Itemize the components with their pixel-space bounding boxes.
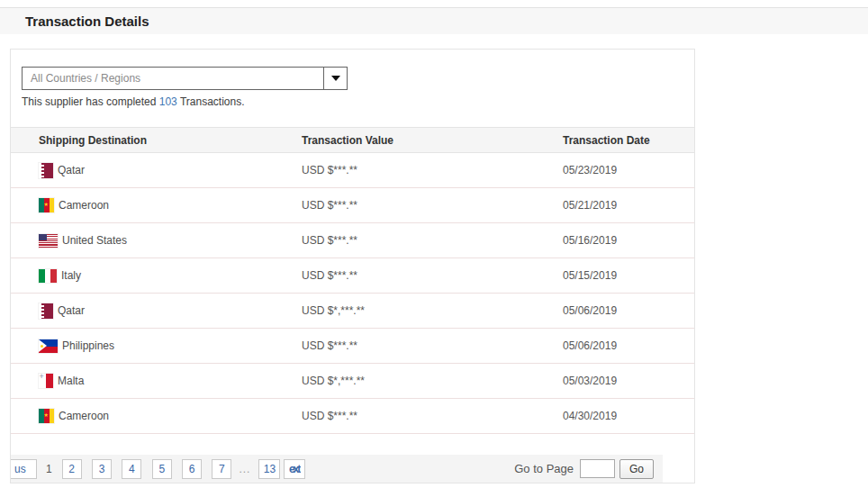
goto-page-group: Go to Page Go xyxy=(514,459,663,479)
transaction-date-cell: 05/21/2019 xyxy=(563,199,694,212)
transaction-value-cell: USD $***.** xyxy=(302,410,563,422)
shipping-destination-cell: Italy xyxy=(39,269,302,283)
country-flag-icon xyxy=(39,269,57,283)
transaction-value-cell: USD $***.** xyxy=(302,269,563,282)
transaction-date-cell: 05/23/2019 xyxy=(563,164,694,176)
table-row: Cameroon USD $***.** 05/21/2019 xyxy=(11,188,694,223)
transaction-date-cell: 05/03/2019 xyxy=(563,375,694,387)
table-row: Qatar USD $***.** 05/23/2019 xyxy=(11,153,694,188)
country-flag-icon xyxy=(39,374,53,388)
table-row: Cameroon USD $***.** 04/30/2019 xyxy=(11,399,694,434)
country-flag-icon xyxy=(39,198,54,212)
caret-down-icon xyxy=(331,76,340,81)
goto-page-label: Go to Page xyxy=(514,462,574,475)
transaction-date-cell: 05/16/2019 xyxy=(563,234,694,247)
column-transaction-value: Transaction Value xyxy=(302,134,563,147)
country-name: Cameroon xyxy=(59,199,109,212)
transaction-value-cell: USD $*,***.** xyxy=(302,304,563,317)
country-name: Qatar xyxy=(58,304,85,317)
country-name: Malta xyxy=(58,375,84,387)
next-page-label: ext xyxy=(289,463,301,475)
page-number-button[interactable]: 6 xyxy=(182,459,202,479)
transaction-summary: This supplier has completed 103 Transact… xyxy=(22,95,683,108)
transaction-date-cell: 04/30/2019 xyxy=(563,410,694,422)
shipping-destination-cell: Cameroon xyxy=(39,409,302,423)
current-page-indicator: 1 xyxy=(46,463,52,475)
page-number-button[interactable]: 7 xyxy=(212,459,231,479)
column-shipping-destination: Shipping Destination xyxy=(39,134,302,147)
transaction-date-cell: 05/15/2019 xyxy=(563,269,694,282)
section-header: Transaction Details xyxy=(0,7,868,34)
shipping-destination-cell: Malta xyxy=(39,374,302,388)
goto-page-input[interactable] xyxy=(580,459,615,478)
country-flag-icon xyxy=(39,303,53,319)
country-flag-icon xyxy=(39,339,58,353)
country-name: United States xyxy=(62,234,127,247)
previous-page-button[interactable]: us xyxy=(11,459,37,479)
country-flag-icon xyxy=(39,163,53,178)
transaction-details-card: All Countries / Regions This supplier ha… xyxy=(10,49,695,483)
country-name: Cameroon xyxy=(59,410,109,422)
table-row: Italy USD $***.** 05/15/2019 xyxy=(11,258,694,294)
country-flag-icon xyxy=(39,234,58,248)
page-number-button[interactable]: 4 xyxy=(122,459,141,479)
table-row: Malta USD $*,***.** 05/03/2019 xyxy=(11,364,694,399)
table-row: United States USD $***.** 05/16/2019 xyxy=(11,223,694,258)
shipping-destination-cell: Cameroon xyxy=(39,198,302,212)
table-row: Qatar USD $*,***.** 05/06/2019 xyxy=(11,294,694,329)
transaction-count-link[interactable]: 103 xyxy=(159,95,177,108)
country-name: Qatar xyxy=(58,164,85,176)
transaction-value-cell: USD $***.** xyxy=(302,164,563,176)
transaction-value-cell: USD $***.** xyxy=(302,234,563,247)
shipping-destination-cell: Qatar xyxy=(39,163,302,178)
page-number-button[interactable]: 3 xyxy=(92,459,112,479)
country-name: Italy xyxy=(61,269,81,282)
shipping-destination-cell: United States xyxy=(39,234,302,248)
page-number-buttons: 2 3 4 5 6 7 xyxy=(62,459,240,479)
country-filter-value: All Countries / Regions xyxy=(23,68,323,89)
country-filter-dropdown[interactable]: All Countries / Regions xyxy=(22,67,348,90)
pagination-ellipsis: ... xyxy=(239,463,250,475)
filter-area: All Countries / Regions This supplier ha… xyxy=(11,50,694,108)
transaction-date-cell: 05/06/2019 xyxy=(563,304,694,317)
pagination-bar: us 1 2 3 4 5 6 7 ... 13 ext Go to Page G… xyxy=(11,455,663,483)
table-row: Philippines USD $***.** 05/06/2019 xyxy=(11,329,694,364)
page-title: Transaction Details xyxy=(0,14,149,29)
transaction-date-cell: 05/06/2019 xyxy=(563,339,694,352)
table-header: Shipping Destination Transaction Value T… xyxy=(11,127,694,153)
page-number-button[interactable]: 2 xyxy=(62,459,82,479)
country-name: Philippines xyxy=(62,339,114,352)
last-page-button[interactable]: 13 xyxy=(258,459,280,479)
summary-prefix: This supplier has completed xyxy=(22,95,156,108)
column-transaction-date: Transaction Date xyxy=(563,134,694,147)
transaction-table-body: Qatar USD $***.** 05/23/2019 Cameroon US… xyxy=(11,153,694,434)
transaction-value-cell: USD $***.** xyxy=(302,339,563,352)
transaction-value-cell: USD $*,***.** xyxy=(302,375,563,387)
shipping-destination-cell: Philippines xyxy=(39,339,302,353)
summary-suffix: Transactions. xyxy=(180,95,245,108)
next-page-button[interactable]: ext xyxy=(284,459,305,479)
shipping-destination-cell: Qatar xyxy=(39,303,302,319)
dropdown-arrow-button[interactable] xyxy=(323,68,347,89)
transaction-value-cell: USD $***.** xyxy=(302,199,563,212)
go-button[interactable]: Go xyxy=(619,459,654,479)
country-flag-icon xyxy=(39,409,54,423)
page-number-button[interactable]: 5 xyxy=(152,459,172,479)
